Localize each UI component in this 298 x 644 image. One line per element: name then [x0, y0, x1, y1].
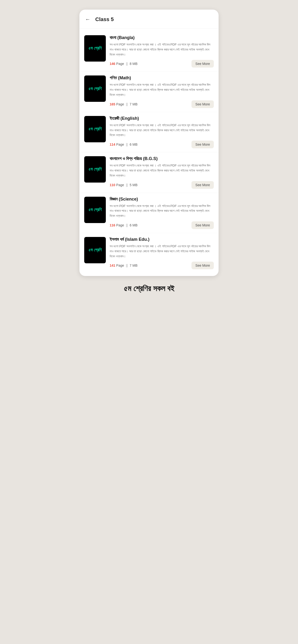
meta-page-label-2: Page: [116, 142, 124, 146]
see-more-button-1[interactable]: See More: [192, 100, 214, 108]
meta-divider-5: ||: [126, 264, 128, 268]
see-more-button-3[interactable]: See More: [192, 181, 214, 189]
subject-name-4: বিজ্ঞান (Science): [110, 197, 214, 202]
thumbnail-label-5: ৫ম শ্রেণি: [89, 247, 101, 253]
thumbnail-label-4: ৫ম শ্রেণি: [89, 207, 101, 212]
meta-size-0: 8 MB: [129, 62, 137, 66]
subject-thumbnail-1: ৫ম শ্রেণি: [84, 76, 106, 102]
meta-divider-2: ||: [126, 142, 128, 146]
meta-divider-0: ||: [126, 62, 128, 66]
subject-name-2: ইংরেজী (English): [110, 116, 214, 121]
phone-container: ← Class 5 ৫ম শ্রেণি বাংলা (Bangla) সব গু…: [79, 10, 219, 294]
meta-pages-3: 110: [110, 183, 115, 187]
subject-list: ৫ম শ্রেণি বাংলা (Bangla) সব গুলো PDF অনল…: [79, 28, 219, 276]
thumbnail-label-0: ৫ম শ্রেণি: [89, 46, 101, 51]
subject-content-2: ইংরেজী (English) সব গুলো PDF অনলাইন থেকে…: [110, 116, 214, 148]
bottom-text: ৫ম শ্রেণির সকল বই: [79, 284, 219, 294]
meta-pages-0: 146: [110, 62, 115, 66]
subject-thumbnail-3: ৫ম শ্রেণি: [84, 156, 106, 182]
subject-name-5: ইসলাম ধর্ম (Islam Edu.): [110, 237, 214, 242]
meta-divider-1: ||: [126, 102, 128, 106]
subject-name-1: গণিত (Math): [110, 76, 214, 80]
meta-info-3: 110 Page || 5 MB: [110, 183, 137, 187]
meta-pages-1: 165: [110, 102, 115, 106]
subject-thumbnail-2: ৫ম শ্রেণি: [84, 116, 106, 142]
subject-content-0: বাংলা (Bangla) সব গুলো PDF অনলাইন থেকে স…: [110, 35, 214, 68]
subject-meta-3: 110 Page || 5 MB See More: [110, 181, 214, 189]
subject-content-1: গণিত (Math) সব গুলো PDF অনলাইন থেকে সংগ্…: [110, 76, 214, 108]
page-title: Class 5: [95, 16, 114, 22]
subject-content-3: বাংলাদেশ ও বিশ্ব পরিচয় (B.G.S) সব গুলো …: [110, 156, 214, 188]
meta-info-1: 165 Page || 7 MB: [110, 102, 137, 106]
subject-content-4: বিজ্ঞান (Science) সব গুলো PDF অনলাইন থেক…: [110, 197, 214, 229]
see-more-button-4[interactable]: See More: [192, 222, 214, 229]
meta-size-4: 6 MB: [129, 223, 137, 227]
meta-size-5: 7 MB: [129, 264, 137, 268]
subject-meta-5: 141 Page || 7 MB See More: [110, 262, 214, 269]
meta-info-4: 116 Page || 6 MB: [110, 223, 137, 227]
subject-content-5: ইসলাম ধর্ম (Islam Edu.) সব গুলো PDF অনলা…: [110, 237, 214, 269]
header: ← Class 5: [79, 10, 219, 28]
meta-divider-4: ||: [126, 223, 128, 227]
list-item: ৫ম শ্রেণি ইংরেজী (English) সব গুলো PDF অ…: [79, 112, 219, 152]
see-more-button-2[interactable]: See More: [192, 141, 214, 148]
meta-info-0: 146 Page || 8 MB: [110, 62, 137, 66]
see-more-button-0[interactable]: See More: [192, 60, 214, 68]
meta-page-label-4: Page: [116, 223, 124, 227]
meta-page-label-1: Page: [116, 102, 124, 106]
subject-description-1: সব গুলো PDF অনলাইন থেকে সংগ্রহ করা । এই …: [110, 82, 214, 97]
subject-description-2: সব গুলো PDF অনলাইন থেকে সংগ্রহ করা । এই …: [110, 123, 214, 138]
meta-size-2: 6 MB: [129, 142, 137, 146]
meta-page-label-3: Page: [116, 183, 124, 187]
list-item: ৫ম শ্রেণি ইসলাম ধর্ম (Islam Edu.) সব গুল…: [79, 233, 219, 273]
subject-thumbnail-4: ৫ম শ্রেণি: [84, 197, 106, 223]
subject-description-5: সব গুলো PDF অনলাইন থেকে সংগ্রহ করা । এই …: [110, 244, 214, 259]
subject-thumbnail-5: ৫ম শ্রেণি: [84, 237, 106, 263]
meta-page-label-0: Page: [116, 62, 124, 66]
list-item: ৫ম শ্রেণি বাংলা (Bangla) সব গুলো PDF অনল…: [79, 32, 219, 72]
subject-thumbnail-0: ৫ম শ্রেণি: [84, 35, 106, 62]
subject-meta-0: 146 Page || 8 MB See More: [110, 60, 214, 68]
subject-description-0: সব গুলো PDF অনলাইন থেকে সংগ্রহ করা । এই …: [110, 42, 214, 57]
meta-pages-2: 114: [110, 142, 115, 146]
list-item: ৫ম শ্রেণি বাংলাদেশ ও বিশ্ব পরিচয় (B.G.S…: [79, 152, 219, 192]
list-item: ৫ম শ্রেণি গণিত (Math) সব গুলো PDF অনলাইন…: [79, 72, 219, 112]
meta-pages-5: 141: [110, 264, 115, 268]
main-card: ← Class 5 ৫ম শ্রেণি বাংলা (Bangla) সব গু…: [79, 10, 219, 276]
meta-divider-3: ||: [126, 183, 128, 187]
meta-pages-4: 116: [110, 223, 115, 227]
thumbnail-label-1: ৫ম শ্রেণি: [89, 86, 101, 92]
see-more-button-5[interactable]: See More: [192, 262, 214, 269]
thumbnail-label-3: ৫ম শ্রেণি: [89, 166, 101, 172]
subject-name-0: বাংলা (Bangla): [110, 35, 214, 40]
subject-meta-2: 114 Page || 6 MB See More: [110, 141, 214, 148]
subject-meta-1: 165 Page || 7 MB See More: [110, 100, 214, 108]
subject-description-3: সব গুলো PDF অনলাইন থেকে সংগ্রহ করা । এই …: [110, 163, 214, 178]
back-button[interactable]: ←: [85, 15, 92, 24]
meta-size-1: 7 MB: [129, 102, 137, 106]
back-icon: ←: [85, 16, 90, 22]
subject-meta-4: 116 Page || 6 MB See More: [110, 222, 214, 229]
meta-page-label-5: Page: [116, 264, 124, 268]
meta-size-3: 5 MB: [129, 183, 137, 187]
list-item: ৫ম শ্রেণি বিজ্ঞান (Science) সব গুলো PDF …: [79, 193, 219, 233]
subject-description-4: সব গুলো PDF অনলাইন থেকে সংগ্রহ করা । এই …: [110, 204, 214, 218]
meta-info-2: 114 Page || 6 MB: [110, 142, 137, 146]
thumbnail-label-2: ৫ম শ্রেণি: [89, 126, 101, 132]
subject-name-3: বাংলাদেশ ও বিশ্ব পরিচয় (B.G.S): [110, 156, 214, 161]
meta-info-5: 141 Page || 7 MB: [110, 264, 137, 268]
